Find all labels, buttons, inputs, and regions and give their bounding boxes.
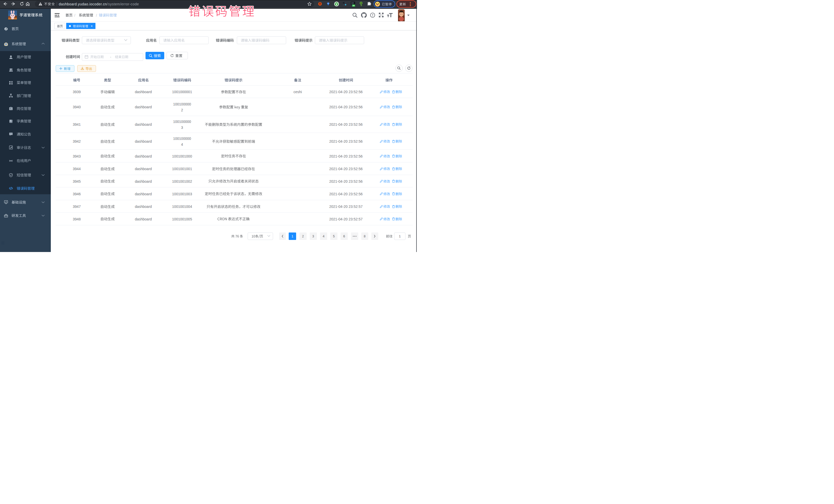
svg-text:on: on — [353, 5, 355, 6]
